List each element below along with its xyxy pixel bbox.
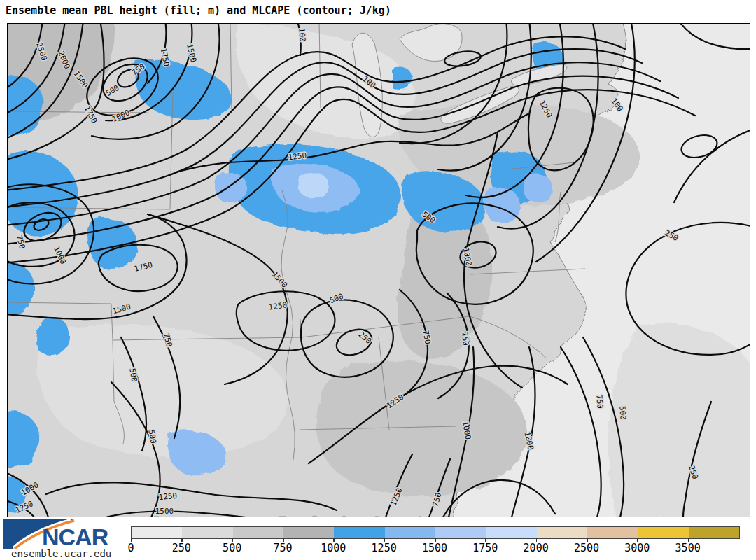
colorbar-tick-label: 250 xyxy=(172,542,191,554)
contour-label: 100 xyxy=(297,27,307,42)
colorbar-tick-label: 1250 xyxy=(372,542,397,554)
colorbar-tick-label: 3000 xyxy=(624,542,650,554)
colorbar-segment xyxy=(385,527,435,538)
colorbar-segment xyxy=(587,527,638,538)
colorbar-segment xyxy=(435,527,486,538)
pbl-mlcape-map: 2500200015001750750500100017501500100100… xyxy=(8,24,750,517)
colorbar-tick-labels: 0250500750100012501500175020002500300035… xyxy=(131,542,740,556)
contour-label: 1500 xyxy=(155,507,174,516)
chart-title: Ensemble mean PBL height (fill; m) and M… xyxy=(6,4,391,17)
colorbar-segment xyxy=(334,527,384,538)
colorbar-segment xyxy=(284,527,334,538)
colorbar-segment xyxy=(537,527,587,538)
colorbar-tick-label: 0 xyxy=(127,542,134,554)
weather-chart-page: Ensemble mean PBL height (fill; m) and M… xyxy=(0,0,756,560)
colorbar-segment xyxy=(233,527,284,538)
contour-label: 750 xyxy=(594,394,605,409)
contour-label: 1250 xyxy=(158,491,178,502)
colorbar-tick-label: 1750 xyxy=(472,542,498,554)
colorbar-segment xyxy=(132,527,182,538)
colorbar xyxy=(131,526,740,539)
colorbar-tick-label: 1500 xyxy=(422,542,447,554)
contour-label: 500 xyxy=(617,405,628,420)
colorbar-segment xyxy=(638,527,688,538)
colorbar-segment xyxy=(486,527,536,538)
colorbar-segment xyxy=(182,527,232,538)
colorbar-tick-label: 3500 xyxy=(676,542,701,554)
colorbar-tick-label: 2000 xyxy=(524,542,549,554)
colorbar-segment xyxy=(689,527,739,538)
colorbar-tick-label: 1000 xyxy=(321,542,346,554)
colorbar-tick-label: 750 xyxy=(273,542,292,554)
colorbar-tick-label: 2500 xyxy=(574,542,599,554)
ncar-logo: NCAR xyxy=(3,519,133,550)
site-url: ensemble.ucar.edu xyxy=(11,548,111,559)
logo-text: NCAR xyxy=(42,524,108,550)
contour-label: 750 xyxy=(460,331,470,346)
colorbar-tick-label: 500 xyxy=(223,542,241,554)
map-canvas: 2500200015001750750500100017501500100100… xyxy=(7,23,750,517)
